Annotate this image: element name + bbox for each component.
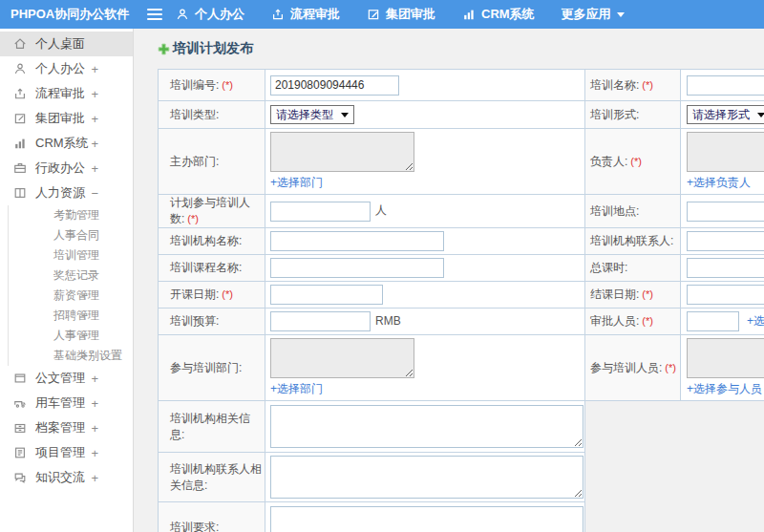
field-label: 培训机构联系人: <box>590 234 673 247</box>
field-label: 总课时: <box>590 261 627 274</box>
planned-count-input[interactable] <box>270 202 371 222</box>
field-label: 培训机构联系人相关信息: <box>170 462 262 492</box>
collapse-minus[interactable]: − <box>91 186 98 201</box>
participating-departments-textarea[interactable] <box>270 338 414 378</box>
nav-label: CRM系统 <box>481 6 535 23</box>
end-date-input[interactable] <box>687 285 764 305</box>
sidebar-sub-rewards[interactable]: 奖惩记录 <box>9 266 133 286</box>
org-contact-info-textarea[interactable] <box>270 456 584 499</box>
sidebar-item-personal-office[interactable]: 个人办公 + <box>0 56 133 81</box>
sidebar-item-admin-office[interactable]: 行政办公 + <box>0 156 133 181</box>
field-label: 培训名称: <box>590 78 639 92</box>
training-requirements-textarea[interactable] <box>270 506 584 532</box>
expand-plus[interactable]: + <box>91 137 98 151</box>
field-label: 培训机构名称: <box>170 234 242 247</box>
sidebar-sub-personnel[interactable]: 人事管理+ <box>9 326 133 346</box>
hamburger-menu-icon[interactable] <box>147 9 162 20</box>
sidebar-item-flow-approval[interactable]: 流程审批 + <box>0 81 133 106</box>
currency-suffix: RMB <box>375 314 401 328</box>
nav-label: 个人办公 <box>195 6 244 23</box>
hr-submenu: 考勤管理 人事合同 培训管理 奖惩记录 薪资管理+ 招聘管理+ 人事管理+ 基础… <box>8 205 133 366</box>
required-mark: (*) <box>665 362 676 373</box>
expand-plus[interactable]: + <box>91 396 98 411</box>
training-type-select[interactable]: 请选择类型 <box>270 105 354 124</box>
required-mark: (*) <box>630 156 642 167</box>
sidebar-item-crm[interactable]: CRM系统 + <box>0 131 133 156</box>
sidebar-sub-salary[interactable]: 薪资管理+ <box>9 286 133 306</box>
expand-plus[interactable]: + <box>81 350 88 363</box>
sidebar-sub-contract[interactable]: 人事合同 <box>9 225 133 245</box>
org-contact-input[interactable] <box>687 231 764 251</box>
briefcase-icon <box>13 161 27 175</box>
expand-plus[interactable]: + <box>91 112 98 126</box>
select-leader-link[interactable]: +选择负责人 <box>687 175 764 191</box>
sidebar-item-label: 用车管理 <box>35 394 85 412</box>
field-label: 负责人: <box>590 155 627 168</box>
expand-plus[interactable]: + <box>91 161 98 176</box>
sidebar-item-hr[interactable]: 人力资源 − <box>0 181 133 205</box>
org-info-textarea[interactable] <box>270 405 584 448</box>
org-name-input[interactable] <box>270 231 444 251</box>
edit-approve-icon <box>13 112 27 125</box>
field-label: 培训地点: <box>590 204 639 218</box>
sidebar-item-archive[interactable]: 档案管理 + <box>0 415 133 440</box>
nav-group-approval[interactable]: 集团审批 <box>367 6 435 23</box>
sidebar-item-group-approval[interactable]: 集团审批 + <box>0 106 133 131</box>
bar-chart-icon <box>462 8 476 21</box>
sidebar-sub-base-category[interactable]: 基础类别设置+ <box>9 346 133 366</box>
expand-plus[interactable]: + <box>81 330 88 343</box>
training-place-input[interactable] <box>687 202 764 222</box>
sidebar: 个人桌面 个人办公 + 流程审批 + 集团审批 + CRM系统 + 行政办公 +… <box>0 29 134 532</box>
sidebar-sub-training[interactable]: 培训管理 <box>9 245 133 266</box>
project-icon <box>13 446 27 459</box>
expand-plus[interactable]: + <box>91 471 98 485</box>
nav-crm[interactable]: CRM系统 <box>462 6 535 23</box>
budget-input[interactable] <box>270 311 371 331</box>
expand-plus[interactable]: + <box>91 421 98 436</box>
sidebar-item-knowledge[interactable]: 知识交流 + <box>0 465 133 490</box>
person-icon <box>13 62 27 75</box>
select-department-link[interactable]: +选择部门 <box>270 381 581 397</box>
caret-down-icon <box>617 12 625 17</box>
required-mark: (*) <box>222 79 233 91</box>
participants-textarea[interactable] <box>687 338 764 378</box>
leader-textarea[interactable] <box>687 132 764 172</box>
chat-icon <box>13 471 27 484</box>
field-label: 培训编号: <box>170 78 219 92</box>
training-name-input[interactable] <box>687 75 764 96</box>
expand-plus[interactable]: + <box>81 309 88 323</box>
top-nav: 个人办公 流程审批 集团审批 CRM系统 更多应用 <box>176 6 651 23</box>
expand-plus[interactable]: + <box>81 289 88 303</box>
nav-more-apps[interactable]: 更多应用 <box>562 6 625 23</box>
select-caret-icon <box>757 113 764 117</box>
main-content: 培训计划发布 培训编号:(*) 培训名称:(*) 培训类型: 请选择类型 培训形… <box>134 29 764 532</box>
training-form-select[interactable]: 请选择形式 <box>687 105 764 124</box>
expand-plus[interactable]: + <box>91 87 98 101</box>
nav-label: 更多应用 <box>562 6 611 23</box>
sidebar-item-desktop[interactable]: 个人桌面 <box>0 32 133 56</box>
sidebar-sub-attendance[interactable]: 考勤管理 <box>9 205 133 225</box>
edit-approve-icon <box>367 8 380 21</box>
select-participants-link[interactable]: +选择参与人员 <box>687 381 764 397</box>
host-department-textarea[interactable] <box>270 132 414 172</box>
course-name-input[interactable] <box>270 258 444 278</box>
total-hours-input[interactable] <box>687 258 764 278</box>
home-icon <box>13 37 27 51</box>
expand-plus[interactable]: + <box>91 62 98 76</box>
nav-personal-office[interactable]: 个人办公 <box>176 6 244 23</box>
sidebar-item-documents[interactable]: 公文管理 + <box>0 366 133 391</box>
sidebar-sub-recruit[interactable]: 招聘管理+ <box>9 306 133 326</box>
training-no-input[interactable] <box>270 75 399 96</box>
approver-input[interactable] <box>687 311 739 331</box>
nav-flow-approval[interactable]: 流程审批 <box>271 6 340 23</box>
expand-plus[interactable]: + <box>91 372 98 386</box>
sidebar-item-label: 个人桌面 <box>35 35 85 53</box>
select-approver-link[interactable]: +选择审批人员 <box>747 314 764 328</box>
sidebar-item-project[interactable]: 项目管理 + <box>0 440 133 465</box>
expand-plus[interactable]: + <box>91 446 98 460</box>
sidebar-item-vehicle[interactable]: 用车管理 + <box>0 391 133 415</box>
field-label: 审批人员: <box>590 314 639 328</box>
select-department-link[interactable]: +选择部门 <box>270 175 581 191</box>
field-label: 开课日期: <box>170 287 219 301</box>
start-date-input[interactable] <box>270 285 383 305</box>
